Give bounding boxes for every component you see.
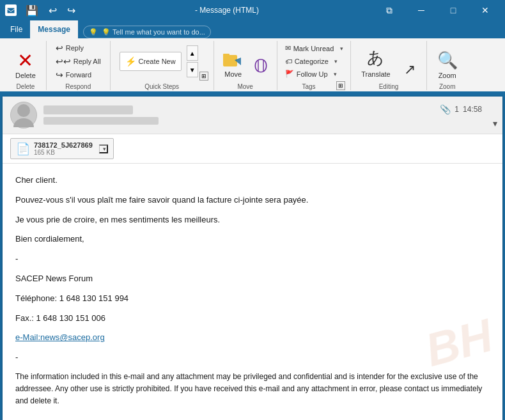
followup-row: 🚩 Follow Up ▾ (283, 68, 346, 80)
quicksteps-expand-button[interactable]: ⊞ (199, 72, 208, 81)
move-button[interactable]: Move (219, 42, 247, 81)
ribbon-bottom-bar (0, 91, 505, 94)
quicksteps-arrows: ▲ ▼ (187, 45, 198, 77)
mark-unread-button[interactable]: ✉ Mark Unread (283, 43, 337, 53)
select-button[interactable]: ↗ (398, 41, 421, 82)
ribbon-group-quicksteps: ⚡ Create New ▲ ▼ ⊞ Quick Steps (111, 41, 214, 90)
email-area: 📎 1 14:58 ▾ 📄 738172_5J627869 165 KB ▾ C… (3, 97, 502, 420)
ribbon-group-tags: ✉ Mark Unread ▾ 🏷 Categorize ▾ 🚩 Follow … (277, 41, 352, 90)
greeting: Cher client. (15, 174, 490, 187)
restore-window-button[interactable]: ⧉ (375, 0, 404, 20)
forward-label: Forward (66, 71, 91, 79)
closing: Bien cordialement, (15, 233, 490, 246)
followup-button[interactable]: 🚩 Follow Up (283, 69, 330, 79)
followup-label: Follow Up (297, 70, 328, 78)
reply-all-icon: ↩↩ (56, 56, 71, 66)
quicksteps-down-arrow[interactable]: ▼ (187, 62, 198, 77)
body-line1: Pouvez-vous s'il vous plaît me faire sav… (15, 194, 490, 207)
create-new-button[interactable]: ⚡ Create New (120, 52, 182, 71)
zoom-content: 🔍 Zoom (432, 41, 463, 82)
move-content: Move 𝕆 (219, 41, 272, 82)
attachment-count: 1 (454, 105, 459, 114)
mark-unread-dropdown[interactable]: ▾ (338, 43, 345, 54)
categorize-label: Categorize (295, 58, 329, 65)
reply-button[interactable]: ↩ Reply (52, 42, 105, 54)
tags-group-label: Tags (283, 83, 336, 90)
email-timestamp: 14:58 (463, 105, 482, 114)
fax: Fax.: 1 648 130 151 006 (15, 312, 490, 325)
translate-label: Translate (361, 70, 390, 78)
attachment-item[interactable]: 📄 738172_5J627869 165 KB ▾ (10, 138, 114, 159)
tab-message[interactable]: Message (30, 20, 78, 38)
zoom-button[interactable]: 🔍 Zoom (432, 41, 463, 82)
email-link[interactable]: e-Mail:news@sacep.org (15, 332, 105, 342)
onenote-icon: 𝕆 (254, 56, 268, 77)
email-meta (43, 105, 495, 125)
zoom-icon: 🔍 (437, 51, 458, 70)
body-line2: Je vous prie de croire, en mes sentiment… (15, 214, 490, 227)
reply-all-button[interactable]: ↩↩ Reply All (52, 55, 105, 68)
category-icon: 🏷 (285, 58, 292, 65)
svg-point-4 (17, 104, 30, 117)
followup-dropdown[interactable]: ▾ (332, 68, 339, 80)
forward-button[interactable]: ↪ Forward (52, 68, 105, 81)
svg-rect-0 (7, 8, 15, 13)
email-time: 📎 1 14:58 (440, 104, 482, 114)
tell-me-input[interactable]: 💡 💡 Tell me what you want to do... (83, 26, 211, 38)
mark-unread-label: Mark Unread (293, 45, 334, 52)
redo-button[interactable]: ↪ (63, 3, 79, 18)
delete-label: Delete (15, 72, 36, 79)
attachment-size: 165 KB (34, 149, 93, 156)
svg-rect-1 (223, 55, 237, 66)
tags-expand-button[interactable]: ⊞ (336, 81, 345, 90)
header-expand-icon[interactable]: ▾ (493, 118, 497, 128)
email-body: Cher client. Pouvez-vous s'il vous plaît… (3, 164, 502, 420)
categorize-dropdown[interactable]: ▾ (332, 56, 340, 67)
svg-point-5 (13, 118, 34, 127)
folder-move-icon (223, 51, 244, 69)
translate-button[interactable]: あ Translate (356, 42, 395, 81)
onenote-button[interactable]: 𝕆 (250, 42, 272, 81)
minimize-button[interactable]: ─ (407, 0, 436, 20)
quicksteps-up-arrow[interactable]: ▲ (187, 45, 198, 61)
disclaimer: The information included in this e-mail … (15, 371, 490, 408)
ribbon-group-move: Move 𝕆 Move (214, 41, 277, 90)
svg-rect-2 (223, 54, 229, 56)
ribbon-tabs: File Message 💡 💡 Tell me what you want t… (0, 20, 505, 38)
attachment-dropdown-button[interactable]: ▾ (99, 144, 108, 153)
delete-button[interactable]: ✕ Delete (10, 41, 41, 82)
maximize-button[interactable]: □ (439, 0, 468, 20)
editing-content: あ Translate ↗ (356, 41, 421, 82)
window-title: - Message (HTML) (79, 6, 375, 15)
move-group-label: Move (219, 83, 272, 90)
sender-email-blur (43, 117, 159, 125)
save-button[interactable]: 💾 (22, 3, 42, 18)
sender-name-blur (43, 105, 133, 114)
tab-file[interactable]: File (3, 20, 30, 38)
attachment-info: 738172_5J627869 165 KB (34, 141, 93, 156)
title-nav: 💾 ↩ ↪ (22, 3, 79, 18)
lightning-icon: ⚡ (125, 56, 136, 66)
forward-icon: ↪ (56, 70, 63, 80)
ribbon-content: ✕ Delete Delete ↩ Reply ↩↩ Reply All ↪ F… (0, 38, 505, 91)
avatar (10, 102, 37, 128)
close-button[interactable]: ✕ (470, 0, 500, 20)
ribbon-group-respond: ↩ Reply ↩↩ Reply All ↪ Forward Respond (47, 41, 111, 90)
quicksteps-content: ⚡ Create New ▲ ▼ ⊞ (116, 41, 208, 82)
create-new-label: Create New (139, 58, 176, 65)
quicksteps-group-label: Quick Steps (116, 83, 208, 90)
attachment-name: 738172_5J627869 (34, 141, 93, 149)
dash1: - (15, 253, 490, 266)
email-link-row: e-Mail:news@sacep.org (15, 331, 490, 345)
reply-all-label: Reply All (74, 58, 101, 65)
phone: Téléphone: 1 648 130 151 994 (15, 292, 490, 306)
reply-label: Reply (66, 44, 84, 52)
file-icon: 📄 (16, 142, 30, 156)
undo-button[interactable]: ↩ (45, 3, 61, 18)
person-silhouette (13, 103, 34, 127)
title-bar-left: 💾 ↩ ↪ (5, 3, 79, 18)
categorize-button[interactable]: 🏷 Categorize (283, 57, 331, 66)
create-new-group: ⚡ Create New (116, 52, 185, 71)
delete-group-label: Delete (16, 83, 35, 90)
dash2: - (15, 351, 490, 364)
